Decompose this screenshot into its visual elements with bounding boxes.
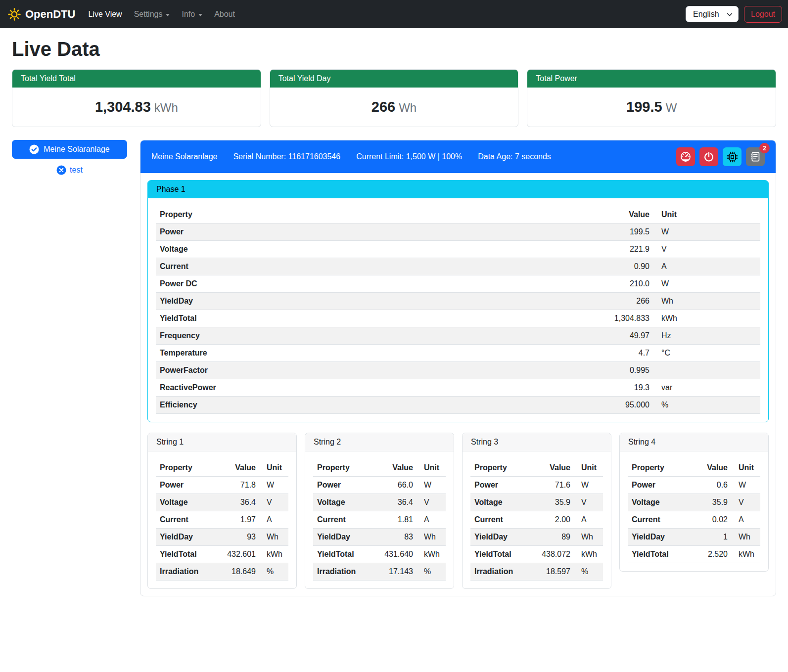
- unit-cell: kWh: [574, 546, 603, 563]
- table-row: YieldDay266Wh: [156, 293, 760, 310]
- language-select[interactable]: English: [686, 6, 739, 22]
- property-cell: Power: [470, 477, 533, 494]
- string-body: Property Value Unit Power71.8WVoltage36.…: [148, 451, 296, 581]
- table-row: YieldTotal1,304.833kWh: [156, 310, 760, 327]
- string-panel-3: String 3 Property Value Unit: [462, 433, 611, 589]
- summary-card-total-power: Total Power 199.5W: [527, 69, 776, 127]
- table-row: Irradiation18.597%: [470, 563, 603, 581]
- nav-item-settings[interactable]: Settings: [130, 6, 174, 23]
- string-body: Property Value Unit Power71.6WVoltage35.…: [463, 451, 611, 581]
- value-cell: 1.97: [218, 511, 260, 529]
- column-header-unit: Unit: [574, 459, 603, 477]
- string-panel-1: String 1 Property Value Unit: [147, 433, 297, 589]
- column-header-property: Property: [156, 459, 218, 477]
- table-row: Power71.8W: [156, 477, 288, 494]
- value-cell: 95.000: [579, 397, 653, 414]
- nav-item-about[interactable]: About: [210, 6, 239, 23]
- property-cell: Voltage: [470, 494, 533, 511]
- unit-cell: kWh: [260, 546, 288, 563]
- column-header-unit: Unit: [653, 206, 760, 224]
- property-cell: YieldTotal: [156, 310, 579, 327]
- summary-card-unit: Wh: [399, 101, 417, 114]
- string-title: String 1: [148, 433, 296, 451]
- inverter-name: Meine Solaranlage: [151, 152, 217, 161]
- property-cell: YieldTotal: [628, 546, 690, 563]
- value-cell: 2.520: [690, 546, 732, 563]
- nav-links: Live View Settings Info About: [82, 6, 241, 23]
- table-row: Power DC210.0W: [156, 275, 760, 293]
- summary-card-value: 199.5: [626, 99, 662, 115]
- string-panel-4: String 4 Property Value Unit: [619, 433, 769, 572]
- value-cell: 83: [375, 529, 417, 546]
- value-cell: 210.0: [579, 275, 653, 293]
- phase-table: Property Value Unit Power199.5WVoltage22…: [156, 206, 760, 414]
- summary-card-unit: W: [666, 101, 677, 114]
- inverter-data-age: Data Age: 7 seconds: [478, 152, 551, 161]
- value-cell: 1: [690, 529, 732, 546]
- inverter-select-label: Meine Solaranlage: [44, 145, 109, 154]
- table-row: YieldTotal432.601kWh: [156, 546, 288, 563]
- string-table: Property Value Unit Power71.8WVoltage36.…: [156, 459, 288, 581]
- device-info-button[interactable]: [723, 147, 742, 166]
- summary-card-total-yield-total: Total Yield Total 1,304.83kWh: [12, 69, 261, 127]
- value-cell: 199.5: [579, 224, 653, 241]
- table-header-row: Property Value Unit: [628, 459, 760, 477]
- inverter-body: Phase 1 Property Value Unit Power199.5WV…: [140, 173, 776, 596]
- string-table: Property Value Unit Power66.0WVoltage36.…: [313, 459, 446, 581]
- summary-card-body: 266Wh: [270, 88, 518, 127]
- inverter-select-button[interactable]: Meine Solaranlage: [12, 140, 127, 159]
- table-row: Power66.0W: [313, 477, 446, 494]
- event-log-button[interactable]: 2: [746, 147, 765, 166]
- table-row: Power71.6W: [470, 477, 603, 494]
- unit-cell: W: [417, 477, 446, 494]
- nav-item-live-view[interactable]: Live View: [84, 6, 126, 23]
- table-row: YieldDay83Wh: [313, 529, 446, 546]
- value-cell: 0.6: [690, 477, 732, 494]
- string-title: String 2: [305, 433, 454, 451]
- journal-text-icon: [750, 151, 761, 162]
- logout-button[interactable]: Logout: [744, 6, 782, 23]
- power-toggle-button[interactable]: [699, 147, 718, 166]
- brand[interactable]: OpenDTU: [8, 8, 75, 21]
- unit-cell: A: [653, 258, 760, 275]
- property-cell: YieldDay: [313, 529, 375, 546]
- column-header-value: Value: [218, 459, 260, 477]
- table-row: YieldTotal431.640kWh: [313, 546, 446, 563]
- unit-cell: A: [574, 511, 603, 529]
- value-cell: 432.601: [218, 546, 260, 563]
- value-cell: 17.143: [375, 563, 417, 581]
- event-count-badge: 2: [759, 143, 770, 153]
- nav-item-info[interactable]: Info: [178, 6, 206, 23]
- property-cell: Frequency: [156, 327, 579, 345]
- unit-cell: kWh: [417, 546, 446, 563]
- property-cell: Power DC: [156, 275, 579, 293]
- sun-icon: [8, 8, 21, 21]
- property-cell: Power: [628, 477, 690, 494]
- column-header-unit: Unit: [417, 459, 446, 477]
- property-cell: YieldDay: [470, 529, 533, 546]
- table-row: Current1.97A: [156, 511, 288, 529]
- inverter-header: Meine Solaranlage Serial Number: 1161716…: [140, 140, 776, 173]
- property-cell: Current: [470, 511, 533, 529]
- limit-settings-button[interactable]: [676, 147, 695, 166]
- caret-down-icon: [198, 14, 202, 16]
- table-row: Voltage35.9V: [470, 494, 603, 511]
- unit-cell: var: [653, 379, 760, 397]
- table-row: ReactivePower19.3var: [156, 379, 760, 397]
- language-select-wrap: English: [686, 6, 739, 22]
- value-cell: 89: [533, 529, 574, 546]
- phase-title: Phase 1: [148, 180, 768, 198]
- nav-item-label: About: [214, 10, 235, 19]
- property-cell: Temperature: [156, 345, 579, 362]
- unit-cell: [653, 362, 760, 379]
- strings-row: String 1 Property Value Unit: [147, 433, 769, 589]
- table-header-row: Property Value Unit: [313, 459, 446, 477]
- unit-cell: %: [260, 563, 288, 581]
- unit-cell: Wh: [417, 529, 446, 546]
- unit-cell: W: [574, 477, 603, 494]
- brand-label: OpenDTU: [25, 8, 75, 21]
- table-row: YieldTotal2.520kWh: [628, 546, 760, 563]
- inverter-card: Meine Solaranlage Serial Number: 1161716…: [140, 140, 776, 596]
- property-cell: YieldTotal: [156, 546, 218, 563]
- inverter-offline-item[interactable]: test: [12, 165, 127, 175]
